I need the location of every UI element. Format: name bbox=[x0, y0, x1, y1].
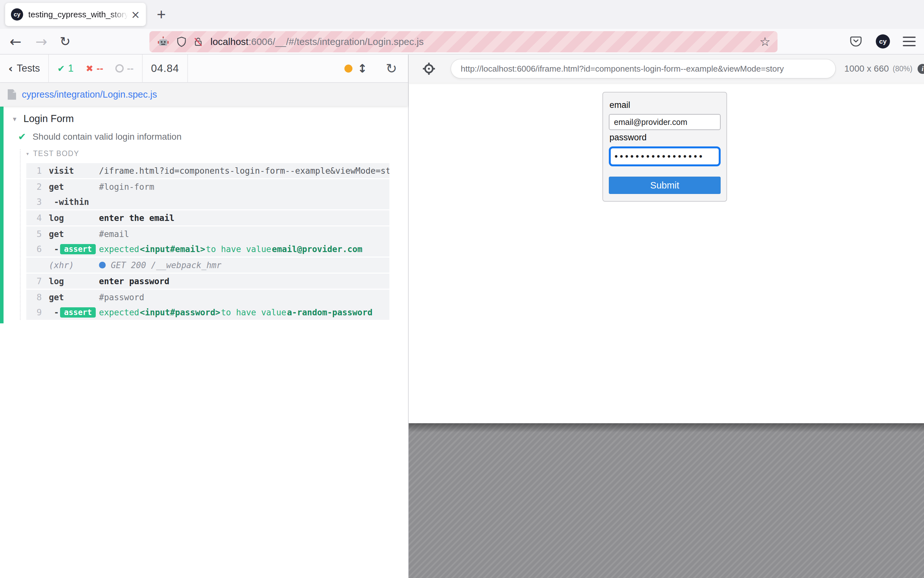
command-method: log bbox=[49, 213, 93, 223]
tests-label: Tests bbox=[17, 63, 40, 74]
command-method: log bbox=[49, 276, 93, 286]
bookmark-star-icon[interactable]: ☆ bbox=[760, 35, 770, 49]
command-line-number: 8 bbox=[26, 292, 42, 302]
browser-window: cy testing_cypress_with_storybook × + ← … bbox=[0, 0, 924, 578]
app-preview-panel: http://localhost:6006/iframe.html?id=com… bbox=[409, 55, 924, 578]
chevron-left-icon: ‹ bbox=[8, 62, 13, 75]
circle-icon bbox=[116, 64, 124, 73]
shield-icon[interactable] bbox=[176, 36, 187, 47]
command-line-number: 9 bbox=[26, 307, 42, 317]
url-text: localhost:6006/__/#/tests/integration/Lo… bbox=[210, 36, 424, 47]
test-duration: 04.84 bbox=[151, 62, 179, 75]
viewport-size: 1000 x 660 bbox=[844, 63, 889, 74]
reporter-controls: ↕ ↻ bbox=[336, 55, 408, 82]
command-message: #login-form bbox=[99, 182, 154, 192]
passed-stat[interactable]: ✔ 1 bbox=[57, 63, 73, 74]
test-body-section: ▾ TEST BODY 1visit/iframe.html?id=compon… bbox=[20, 149, 408, 320]
command-message: enter the email bbox=[99, 213, 174, 223]
address-bar[interactable]: localhost:6006/__/#/tests/integration/Lo… bbox=[150, 31, 778, 52]
command-message: #password bbox=[99, 292, 144, 302]
test-body-header[interactable]: ▾ TEST BODY bbox=[26, 149, 408, 158]
reload-button[interactable]: ↻ bbox=[60, 29, 71, 54]
profile-avatar[interactable]: cy bbox=[876, 34, 890, 49]
main-content: ‹ Tests ✔ 1 ✖ -- -- bbox=[0, 55, 924, 578]
insecure-lock-icon[interactable] bbox=[192, 36, 204, 47]
pocket-icon[interactable] bbox=[849, 34, 863, 49]
collapse-triangle-icon: ▾ bbox=[26, 151, 29, 157]
toolbar-spacer bbox=[188, 55, 336, 82]
tab-title: testing_cypress_with_storybook bbox=[28, 10, 128, 19]
command-log: 1visit/iframe.html?id=components-login-f… bbox=[26, 163, 389, 320]
rerun-tests-icon[interactable]: ↻ bbox=[386, 61, 397, 76]
command-line-number: 4 bbox=[26, 213, 42, 223]
spec-file-link[interactable]: cypress/integration/Login.spec.js bbox=[22, 89, 157, 100]
pending-stat[interactable]: -- bbox=[116, 63, 133, 74]
command-row[interactable]: 9 -assertexpected <input#password> to ha… bbox=[26, 305, 389, 320]
auto-scroll-toggle-icon[interactable]: ↕ bbox=[358, 62, 367, 75]
preview-header: http://localhost:6006/iframe.html?id=com… bbox=[409, 55, 924, 83]
cypress-reporter: ‹ Tests ✔ 1 ✖ -- -- bbox=[0, 55, 409, 578]
command-row[interactable]: 3 -within bbox=[26, 194, 389, 209]
selector-playground-icon[interactable] bbox=[421, 61, 436, 76]
cypress-favicon-icon: cy bbox=[11, 8, 23, 21]
tab-bar: cy testing_cypress_with_storybook × + bbox=[0, 0, 924, 29]
command-message: #email bbox=[99, 229, 129, 239]
failed-count: -- bbox=[97, 63, 103, 74]
back-to-tests-button[interactable]: ‹ Tests bbox=[0, 55, 49, 82]
command-line-number: 7 bbox=[26, 276, 42, 286]
command-row[interactable]: 7logenter password bbox=[26, 274, 389, 289]
login-form: email password Submit bbox=[602, 92, 727, 202]
url-path: :6006/__/#/tests/integration/Login.spec.… bbox=[248, 36, 423, 47]
command-row[interactable]: 4logenter the email bbox=[26, 210, 389, 226]
email-field[interactable] bbox=[609, 114, 721, 130]
command-line-number: 2 bbox=[26, 182, 42, 192]
back-button[interactable]: ← bbox=[10, 29, 21, 54]
command-message: GET 200 /__webpack_hmr bbox=[99, 260, 221, 270]
assert-badge: assert bbox=[60, 244, 96, 254]
robot-icon[interactable] bbox=[156, 35, 170, 49]
command-line-number: 6 bbox=[26, 244, 42, 254]
forward-button[interactable]: → bbox=[35, 29, 47, 54]
failed-stat[interactable]: ✖ -- bbox=[86, 63, 103, 74]
url-host: localhost bbox=[210, 36, 248, 47]
aut-url-input[interactable]: http://localhost:6006/iframe.html?id=com… bbox=[451, 59, 835, 78]
command-row[interactable]: 8get#password bbox=[26, 290, 389, 305]
viewport-scale: (80%) bbox=[893, 65, 913, 73]
command-line-number: 1 bbox=[26, 166, 42, 175]
navigation-bar: ← → ↻ localhost:6006/__/#/test bbox=[0, 29, 924, 55]
pending-count: -- bbox=[127, 63, 133, 74]
command-row[interactable]: 1visit/iframe.html?id=components-login-f… bbox=[26, 163, 389, 178]
cross-icon: ✖ bbox=[86, 63, 93, 74]
menu-icon[interactable] bbox=[903, 37, 916, 46]
duration-section: 04.84 bbox=[143, 55, 188, 82]
check-icon: ✔ bbox=[57, 63, 65, 74]
command-method: -assert bbox=[49, 244, 93, 254]
new-tab-button[interactable]: + bbox=[157, 7, 166, 22]
viewport-info-icon[interactable]: i bbox=[917, 64, 924, 74]
password-field[interactable] bbox=[609, 146, 721, 166]
tab-close-icon[interactable]: × bbox=[131, 9, 140, 20]
command-row[interactable]: 6 -assertexpected <input#email> to have … bbox=[26, 242, 389, 257]
suite-title: Login Form bbox=[23, 113, 74, 125]
submit-button[interactable]: Submit bbox=[609, 177, 721, 194]
command-message: /iframe.html?id=components-login-form--e… bbox=[99, 166, 389, 175]
command-method: -within bbox=[49, 197, 93, 207]
command-row[interactable]: 5get#email bbox=[26, 226, 389, 242]
command-row[interactable]: 2get#login-form bbox=[26, 179, 389, 194]
test-log: ▾ Login Form ✔ Should contain valid logi… bbox=[0, 106, 408, 578]
test-header[interactable]: ✔ Should contain valid login information bbox=[0, 131, 408, 142]
test-body-label: TEST BODY bbox=[33, 149, 79, 158]
suite-header[interactable]: ▾ Login Form bbox=[0, 106, 408, 125]
command-method: get bbox=[49, 292, 93, 302]
browser-tab[interactable]: cy testing_cypress_with_storybook × bbox=[5, 3, 146, 26]
xhr-event-row[interactable]: (xhr)GET 200 /__webpack_hmr bbox=[26, 258, 389, 273]
command-line-number: 5 bbox=[26, 229, 42, 239]
auto-scroll-indicator-dot bbox=[345, 65, 353, 73]
file-icon bbox=[8, 89, 16, 100]
collapse-triangle-icon: ▾ bbox=[13, 115, 16, 123]
command-method: get bbox=[49, 229, 93, 239]
command-message: enter password bbox=[99, 276, 169, 286]
command-method: visit bbox=[49, 166, 93, 175]
email-label: email bbox=[610, 100, 721, 110]
command-method: get bbox=[49, 182, 93, 192]
